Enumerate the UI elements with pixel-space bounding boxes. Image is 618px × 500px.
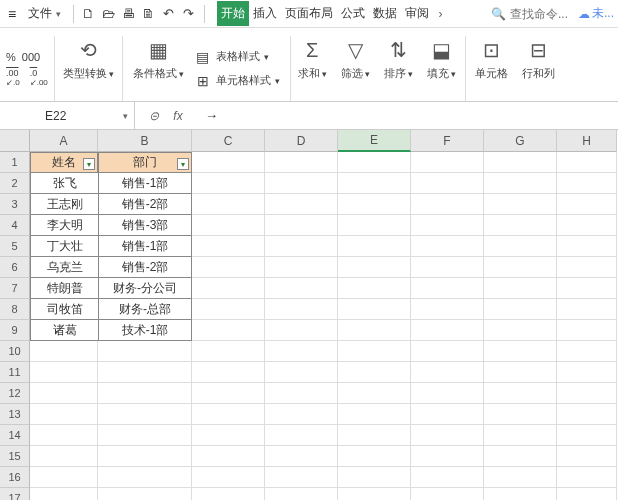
cell[interactable] [484,278,557,299]
cell[interactable] [484,425,557,446]
row-header[interactable]: 4 [0,215,30,236]
cell[interactable] [411,215,484,236]
cell[interactable] [192,278,265,299]
cell[interactable]: 销售-2部 [98,257,192,278]
cell[interactable] [265,467,338,488]
cell[interactable] [484,383,557,404]
cell[interactable] [30,425,98,446]
increase-decimal-button[interactable]: .00↙.0 [6,69,20,87]
cell[interactable] [265,341,338,362]
row-header[interactable]: 2 [0,173,30,194]
cell[interactable] [557,404,617,425]
row-header[interactable]: 12 [0,383,30,404]
cell[interactable] [30,404,98,425]
col-header-C[interactable]: C [192,130,265,152]
cell[interactable] [557,236,617,257]
row-header[interactable]: 5 [0,236,30,257]
cell[interactable] [192,362,265,383]
cell[interactable] [192,320,265,341]
cell[interactable] [338,446,411,467]
cell[interactable] [98,425,192,446]
cell[interactable]: 技术-1部 [98,320,192,341]
cell[interactable] [557,467,617,488]
cell[interactable] [484,446,557,467]
cell[interactable] [484,299,557,320]
cell[interactable] [557,152,617,173]
thousands-button[interactable]: 000 [22,51,40,63]
formula-input[interactable]: → [197,108,618,123]
cell[interactable] [411,173,484,194]
cell[interactable] [338,362,411,383]
cell[interactable] [411,425,484,446]
cell[interactable] [411,488,484,500]
cancel-fx-icon[interactable]: ⊝ [145,109,163,123]
new-icon[interactable]: 🗋 [80,5,98,23]
cell[interactable] [411,362,484,383]
cell[interactable] [484,215,557,236]
cell[interactable] [98,488,192,500]
cell[interactable] [192,236,265,257]
cell[interactable] [98,341,192,362]
cell[interactable] [411,383,484,404]
cell[interactable] [192,404,265,425]
cell[interactable] [557,215,617,236]
cell[interactable] [265,194,338,215]
cell[interactable] [338,236,411,257]
cell[interactable] [557,383,617,404]
tabs-overflow-icon[interactable]: › [435,7,447,21]
row-header[interactable]: 10 [0,341,30,362]
cell[interactable]: 张飞 [30,173,98,194]
cell[interactable] [192,425,265,446]
cell[interactable] [30,362,98,383]
cell[interactable] [192,467,265,488]
preview-icon[interactable]: 🗎 [140,5,158,23]
row-header[interactable]: 13 [0,404,30,425]
cell[interactable] [484,404,557,425]
cloud-sync[interactable]: ☁ 未... [578,5,614,22]
cell[interactable] [192,383,265,404]
cell[interactable] [30,383,98,404]
cell[interactable]: 销售-2部 [98,194,192,215]
filter-button[interactable]: ▽筛选▾ [334,36,377,101]
cell[interactable] [557,278,617,299]
percent-button[interactable]: % [6,51,16,63]
cell[interactable] [338,383,411,404]
cell[interactable] [411,194,484,215]
cell[interactable]: 部门▾ [98,152,192,173]
cell[interactable] [557,320,617,341]
cell[interactable] [557,173,617,194]
cell[interactable]: 销售-1部 [98,236,192,257]
cell[interactable] [484,152,557,173]
cell[interactable] [338,425,411,446]
cell[interactable] [338,341,411,362]
cell[interactable] [98,467,192,488]
cell[interactable] [557,299,617,320]
cell[interactable] [557,341,617,362]
cell[interactable] [192,446,265,467]
row-header[interactable]: 14 [0,425,30,446]
cells-button[interactable]: ⊡单元格 [468,36,515,101]
cell[interactable]: 诸葛 [30,320,98,341]
cell[interactable] [265,383,338,404]
cell[interactable] [484,320,557,341]
cell[interactable] [30,341,98,362]
cell[interactable] [338,194,411,215]
cell[interactable] [411,278,484,299]
row-header[interactable]: 1 [0,152,30,173]
select-all-corner[interactable] [0,130,30,152]
cell[interactable]: 销售-3部 [98,215,192,236]
cell[interactable] [411,299,484,320]
cell[interactable] [265,446,338,467]
cell[interactable] [192,173,265,194]
undo-icon[interactable]: ↶ [160,5,178,23]
cell[interactable] [484,173,557,194]
cell[interactable] [265,215,338,236]
cell[interactable] [98,404,192,425]
cell[interactable] [98,383,192,404]
cell[interactable]: 乌克兰 [30,257,98,278]
row-header[interactable]: 11 [0,362,30,383]
row-header[interactable]: 16 [0,467,30,488]
tab-review[interactable]: 审阅 [401,1,433,26]
col-header-A[interactable]: A [30,130,98,152]
cell[interactable]: 姓名▾ [30,152,98,173]
